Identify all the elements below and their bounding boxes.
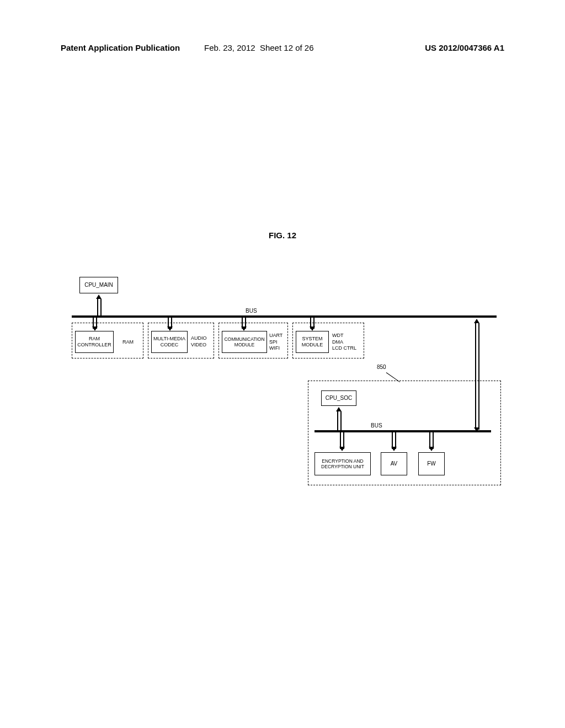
av-block: AV	[381, 452, 407, 475]
cpu-soc-block: CPU_SOC	[321, 390, 356, 406]
figure-title: FIG. 12	[0, 231, 565, 240]
communication-module-block: COMMUNICATION MODULE	[222, 331, 267, 353]
encryption-decryption-block: ENCRYPTION AND DECRYPTION UNIT	[315, 452, 371, 475]
ram-block: RAM	[118, 331, 138, 353]
ram-controller-block: RAM CONTROLLER	[75, 331, 114, 353]
block-diagram: CPU_MAIN BUS RAM CONTROLLER RAM MULTI-ME…	[61, 270, 502, 557]
audio-video-label: AUDIOVIDEO	[191, 335, 207, 348]
multimedia-codec-block: MULTI-MEDIA CODEC	[151, 331, 188, 353]
header-right: US 2012/0047366 A1	[425, 43, 504, 52]
ref-850-label: 850	[377, 364, 386, 370]
header-left: Patent Application Publication	[61, 43, 180, 52]
wdt-dma-lcd-label: WDTDMALCD CTRL	[332, 333, 356, 352]
soc-bus-label: BUS	[371, 422, 382, 429]
uart-spi-wifi-label: UARTSPIWIFI	[269, 333, 282, 352]
main-bus-label: BUS	[246, 308, 257, 314]
main-bus-line	[72, 315, 497, 318]
fw-block: FW	[418, 452, 445, 475]
cpu-main-block: CPU_MAIN	[79, 277, 118, 293]
system-module-block: SYSTEM MODULE	[296, 331, 329, 353]
soc-bus-line	[315, 430, 491, 432]
header-mid: Feb. 23, 2012 Sheet 12 of 26	[204, 43, 314, 52]
